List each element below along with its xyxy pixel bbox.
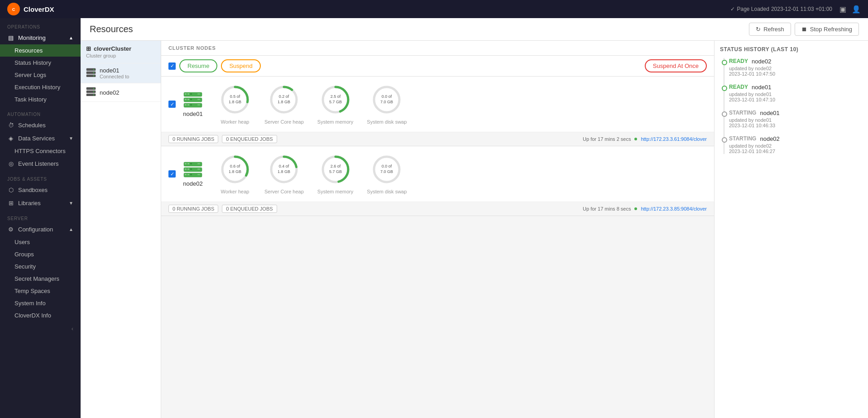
node02-system-disk-label: System disk swap [367,189,407,194]
sidebar-item-status-history[interactable]: Status History [0,57,81,69]
resume-button[interactable]: Resume [179,59,217,72]
monitoring-label: Monitoring [18,34,46,41]
sandboxes-icon: ⬡ [7,187,14,193]
stop-icon: ⏹ [801,26,807,33]
timeline-dot-1 [722,86,727,91]
refresh-label: Refresh [763,26,784,33]
stop-refreshing-button[interactable]: ⏹ Stop Refreshing [795,23,859,36]
node02-server-svg [183,161,203,178]
svg-rect-47 [190,163,192,164]
sidebar-item-system-info[interactable]: System Info [0,297,81,309]
node01-server-core-gauge: 0.2 of 1.8 GB Server Core heap [264,84,304,125]
svg-point-5 [93,72,94,73]
sidebar-item-temp-spaces[interactable]: Temp Spaces [0,285,81,297]
node-content-node02: ✓ [161,146,714,202]
stop-refreshing-label: Stop Refreshing [810,26,852,33]
svg-text:0.4 of: 0.4 of [279,164,289,168]
node-content-node01: ✓ [161,77,714,132]
node-name-node01: node01 [100,67,155,74]
sidebar-item-monitoring[interactable]: ▤ Monitoring ▲ [0,31,81,44]
node02-server-core-svg: 0.4 of 1.8 GB [268,154,300,185]
svg-rect-52 [190,168,192,170]
sidebar-item-sandboxes[interactable]: ⬡ Sandboxes [0,183,81,197]
sidebar-item-security[interactable]: Security [0,260,81,273]
sidebar-item-https-connectors[interactable]: HTTPS Connectors [0,145,81,157]
node02-system-memory-label: System memory [317,189,353,194]
svg-text:2.6 of: 2.6 of [330,164,340,168]
timeline-body-1: updated by node01 2023-12-01 10:47:10 [729,91,863,102]
user-icon[interactable]: 👤 [852,5,861,14]
sidebar-item-schedules[interactable]: ⏱ Schedules [0,119,81,132]
node01-label: node01 [183,111,202,117]
sidebar-item-cloverdx-info[interactable]: CloverDX Info [0,309,81,322]
svg-rect-51 [187,168,189,170]
event-listeners-icon: ◎ [7,160,14,167]
select-all-checkbox[interactable]: ✓ [168,62,176,70]
node01-url[interactable]: http://172.23.3.61:9084/clover [641,136,707,142]
sidebar-item-event-listeners[interactable]: ◎ Event Listeners [0,157,81,170]
timeline-dot-2 [722,111,727,117]
sidebar-collapse-button[interactable]: ‹ [0,322,81,336]
timeline-status-2: STARTING [729,110,756,116]
page-title: Resources [90,24,133,34]
node-list-item-node01[interactable]: node01 Connected to [81,63,161,83]
node01-checkbox[interactable]: ✓ [168,101,176,108]
node02-system-disk-gauge: 0.0 of 7.0 GB System disk swap [367,154,407,194]
sidebar-item-execution-history[interactable]: Execution History [0,81,81,93]
execution-history-label: Execution History [14,84,60,91]
header-actions: ↻ Refresh ⏹ Stop Refreshing [749,23,859,36]
timestamp: 2023-12-01 11:03 +01:00 [771,6,832,12]
operations-section-label: OPERATIONS [0,22,81,31]
node02-url[interactable]: http://172.23.3.85:9084/clover [641,206,707,211]
sidebar-item-resources[interactable]: Resources [0,44,81,57]
timeline-node-0: node02 [752,58,771,65]
schedules-label: Schedules [18,122,46,129]
refresh-button[interactable]: ↻ Refresh [749,23,791,36]
timeline-status-1: READY [729,84,748,90]
node01-uptime: Up for 17 mins 2 secs [583,136,631,142]
sidebar-item-libraries[interactable]: ⊞ Libraries ▼ [0,197,81,210]
split-panel: ⊞ cloverCluster Cluster group [81,41,868,418]
server-icon-node02 [86,87,96,98]
svg-rect-20 [185,99,187,100]
timeline-body-0: updated by node02 2023-12-01 10:47:50 [729,66,863,77]
node-list-item-node02[interactable]: node02 [81,83,161,102]
sidebar-item-configuration[interactable]: ⚙ Configuration ▲ [0,223,81,236]
content-header: Resources ↻ Refresh ⏹ Stop Refreshing [81,18,868,41]
svg-text:2.5 of: 2.5 of [330,94,340,99]
logo-icon: C [7,3,20,15]
sidebar-item-users[interactable]: Users [0,236,81,248]
sidebar-item-secret-managers[interactable]: Secret Managers [0,273,81,285]
node01-gauges: 0.5 of 1.8 GB Worker heap 0.2 o [219,84,407,125]
node02-footer: 0 RUNNING JOBS 0 ENQUEUED JOBS Up for 17… [161,202,714,216]
timeline-header-3: STARTING node02 [729,135,863,142]
top-controls: ✓ Resume Suspend Suspend At Once [161,56,714,77]
node02-checkbox[interactable]: ✓ [168,170,176,178]
node-panel-node02: ✓ [161,146,714,216]
svg-text:1.8 GB: 1.8 GB [278,100,290,104]
timeline-node-3: node02 [760,135,779,142]
node-panel-node01: ✓ [161,77,714,146]
cluster-item[interactable]: ⊞ cloverCluster Cluster group [81,41,161,63]
status-history-panel: STATUS HISTORY (LAST 10) READY node02 up… [714,41,868,418]
configuration-icon: ⚙ [7,226,14,233]
notifications-icon[interactable]: ▣ [839,5,846,14]
sidebar-item-task-history[interactable]: Task History [0,93,81,106]
timeline-node-2: node01 [760,110,779,116]
node02-worker-heap-label: Worker heap [221,189,249,194]
sidebar-item-data-services[interactable]: ◈ Data Services ▼ [0,132,81,145]
suspend-at-once-button[interactable]: Suspend At Once [645,59,707,72]
suspend-button[interactable]: Suspend [221,59,260,72]
node-info-node02: node02 [100,89,155,96]
node-name-node02: node02 [100,89,155,96]
node01-enqueued-jobs-badge: 0 ENQUEUED JOBS [222,135,277,143]
svg-text:0.2 of: 0.2 of [279,94,289,99]
svg-text:1.8 GB: 1.8 GB [278,169,290,174]
sidebar-item-server-logs[interactable]: Server Logs [0,69,81,81]
svg-text:C: C [12,7,15,12]
sidebar-item-groups[interactable]: Groups [0,248,81,260]
svg-text:0.0 of: 0.0 of [382,94,392,99]
svg-text:0.0 of: 0.0 of [382,164,392,168]
timeline-dot-0 [722,60,727,65]
resources-label: Resources [14,47,43,54]
